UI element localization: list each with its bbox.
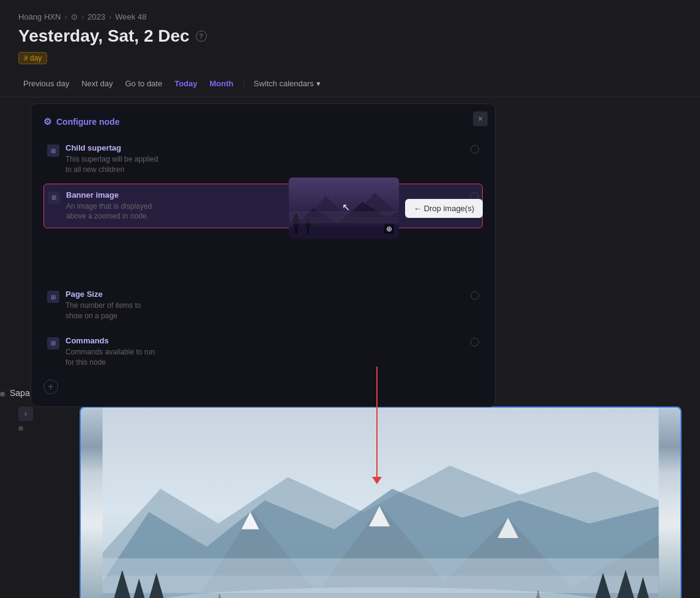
- chevron-down-icon: ▾: [316, 79, 321, 88]
- page-title: Yesterday, Sat, 2 Dec: [18, 26, 190, 46]
- page-size-label: Page Size: [65, 290, 471, 299]
- plus-icon: ⊕: [384, 224, 394, 234]
- switch-calendars-label: Switch calendars: [254, 79, 314, 88]
- nav-divider: [244, 79, 244, 89]
- breadcrumb: Hoàng HXN › ⊙ › 2023 › Week 48: [18, 12, 682, 21]
- configure-node-modal: × ⚙ Configure node ⊞ Child supertag This…: [31, 103, 496, 407]
- child-supertag-radio[interactable]: [471, 145, 479, 154]
- day-tag[interactable]: # day: [18, 52, 47, 64]
- banner-image-icon: ⊞: [48, 192, 60, 204]
- previous-day-button[interactable]: Previous day: [18, 77, 74, 91]
- modal-title: Configure node: [56, 117, 119, 127]
- page-size-radio[interactable]: [471, 291, 479, 300]
- banner-thumbnail-image: ↖ ⊕: [289, 178, 399, 239]
- commands-content: Commands Commands available to runfor th…: [65, 336, 471, 368]
- left-controls: ›: [18, 406, 33, 431]
- header: Hoàng HXN › ⊙ › 2023 › Week 48 Yesterday…: [0, 0, 700, 70]
- page-size-icon: ⊞: [47, 291, 59, 303]
- commands-label: Commands: [65, 336, 471, 345]
- arrow-line: [376, 367, 378, 477]
- config-row-child-supertag[interactable]: ⊞ Child supertag This supertag will be a…: [43, 137, 483, 181]
- help-icon[interactable]: ?: [196, 31, 207, 42]
- close-icon: ×: [478, 114, 483, 124]
- config-row-page-size[interactable]: ⊞ Page Size The number of items toshow o…: [43, 283, 483, 327]
- child-supertag-content: Child supertag This supertag will be app…: [65, 143, 471, 175]
- page-size-content: Page Size The number of items toshow on …: [65, 290, 471, 321]
- child-supertag-desc: This supertag will be appliedto all new …: [65, 154, 471, 175]
- expand-button[interactable]: ›: [18, 406, 33, 421]
- add-icon: +: [48, 381, 53, 392]
- child-supertag-label: Child supertag: [65, 143, 471, 152]
- breadcrumb-week[interactable]: Week 48: [115, 12, 146, 21]
- navbar: Previous day Next day Go to date Today M…: [0, 70, 700, 97]
- child-supertag-icon: ⊞: [47, 144, 59, 157]
- breadcrumb-user[interactable]: Hoàng HXN: [18, 12, 61, 21]
- gear-icon: ⚙: [43, 116, 51, 127]
- bullet-dot: [0, 392, 5, 397]
- arrow-head: [372, 477, 382, 484]
- commands-icon: ⊞: [47, 337, 59, 349]
- page-title-container: Yesterday, Sat, 2 Dec ?: [18, 26, 682, 46]
- modal-title-container: ⚙ Configure node: [43, 116, 483, 127]
- arrow-indicator: [372, 367, 382, 484]
- commands-radio[interactable]: [471, 338, 479, 346]
- config-row-commands[interactable]: ⊞ Commands Commands available to runfor …: [43, 330, 483, 374]
- breadcrumb-sep2: ›: [81, 12, 84, 21]
- breadcrumb-icon: ⊙: [71, 12, 78, 21]
- breadcrumb-sep3: ›: [109, 12, 111, 21]
- today-button[interactable]: Today: [169, 77, 202, 91]
- commands-desc: Commands available to runfor this node: [65, 347, 471, 368]
- main-content: × ⚙ Configure node ⊞ Child supertag This…: [0, 97, 700, 597]
- modal-close-button[interactable]: ×: [473, 111, 488, 126]
- page-size-desc: The number of items toshow on a page: [65, 301, 471, 321]
- banner-preview-container: ↖ ⊕ ← Drop image(s): [289, 178, 483, 239]
- next-day-button[interactable]: Next day: [76, 77, 117, 91]
- cursor-icon: ↖: [342, 201, 350, 213]
- switch-calendars-button[interactable]: Switch calendars ▾: [249, 77, 326, 91]
- banner-thumbnail: ↖ ⊕: [289, 178, 399, 239]
- breadcrumb-sep1: ›: [64, 12, 67, 21]
- breadcrumb-year[interactable]: 2023: [88, 12, 105, 21]
- svg-rect-9: [289, 217, 399, 226]
- month-button[interactable]: Month: [205, 77, 239, 91]
- go-to-date-button[interactable]: Go to date: [120, 77, 167, 91]
- drop-image-button[interactable]: ← Drop image(s): [405, 199, 483, 218]
- add-config-button[interactable]: +: [43, 379, 58, 394]
- small-dot: [18, 426, 23, 431]
